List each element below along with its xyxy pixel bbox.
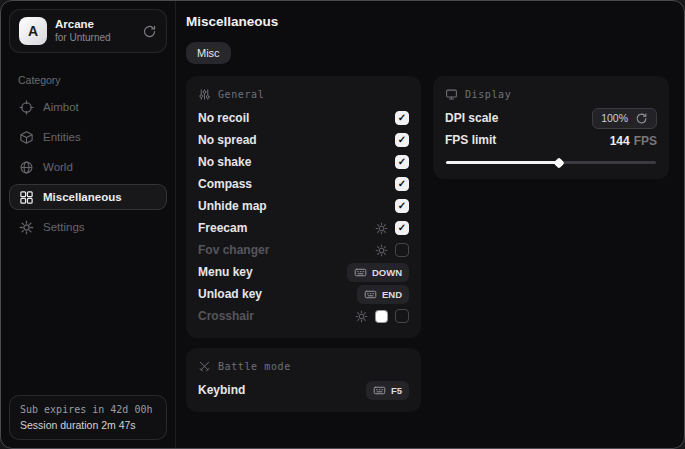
keyboard-icon	[373, 384, 386, 397]
keybind-value: END	[382, 289, 402, 300]
unhide-map-checkbox[interactable]	[395, 199, 409, 213]
menu-keybind-badge[interactable]: DOWN	[347, 263, 409, 282]
sidebar-item-label: Aimbot	[43, 101, 79, 113]
fov-changer-gear-icon[interactable]	[375, 244, 388, 257]
battle-keybind-badge[interactable]: F5	[366, 381, 409, 400]
keybind-value: DOWN	[372, 267, 402, 278]
sidebar-item-label: Settings	[43, 221, 85, 233]
tab-bar: Misc	[186, 42, 669, 64]
app-logo: A	[19, 17, 47, 45]
setting-row-keybind: Keybind F5	[198, 379, 409, 401]
freecam-gear-icon[interactable]	[375, 222, 388, 235]
sidebar-item-settings[interactable]: Settings	[9, 214, 167, 240]
slider-thumb[interactable]	[554, 157, 565, 168]
sidebar-item-miscellaneous[interactable]: Miscellaneous	[9, 184, 167, 210]
display-panel-header: Display	[445, 85, 657, 107]
battle-mode-panel-header: Battle mode	[198, 357, 409, 379]
battle-mode-panel: Battle mode Keybind F5	[186, 348, 421, 412]
setting-row-freecam: Freecam	[198, 217, 409, 239]
display-panel: Display DPI scale 100% FPS limit	[433, 76, 669, 179]
sidebar-item-label: World	[43, 161, 73, 173]
app-title-block: Arcane for Unturned	[55, 18, 134, 44]
dpi-scale-value: 100%	[601, 112, 628, 124]
crosshair-icon	[19, 100, 34, 115]
general-panel-header: General	[198, 85, 409, 107]
refresh-icon	[635, 112, 648, 125]
setting-label: Keybind	[198, 383, 245, 397]
no-spread-checkbox[interactable]	[395, 133, 409, 147]
sidebar: A Arcane for Unturned Category Aimbot En…	[1, 1, 176, 448]
sidebar-item-world[interactable]: World	[9, 154, 167, 180]
setting-row-dpi-scale: DPI scale 100%	[445, 107, 657, 129]
setting-label: No spread	[198, 133, 257, 147]
keyboard-icon	[364, 288, 377, 301]
history-icon[interactable]	[142, 24, 157, 39]
keyboard-icon	[354, 266, 367, 279]
setting-row-crosshair: Crosshair	[198, 305, 409, 327]
general-panel: General No recoil No spread No shake	[186, 76, 421, 338]
slider-fill	[446, 161, 559, 164]
setting-row-unload-key: Unload key END	[198, 283, 409, 305]
session-duration-text: Session duration 2m 47s	[20, 419, 156, 431]
setting-row-no-spread: No spread	[198, 129, 409, 151]
unload-keybind-badge[interactable]: END	[357, 285, 409, 304]
fps-limit-unit: FPS	[634, 134, 657, 148]
panel-title: General	[218, 89, 264, 100]
setting-label: DPI scale	[445, 111, 498, 125]
setting-row-compass: Compass	[198, 173, 409, 195]
sliders-icon	[198, 88, 211, 101]
setting-row-no-recoil: No recoil	[198, 107, 409, 129]
setting-label: FPS limit	[445, 133, 496, 147]
main-content: Miscellaneous Misc General No recoil	[176, 1, 684, 448]
setting-label: Fov changer	[198, 243, 269, 257]
page-title: Miscellaneous	[186, 14, 669, 29]
crosshair-color-swatch[interactable]	[375, 310, 388, 323]
setting-label: No recoil	[198, 111, 249, 125]
no-shake-checkbox[interactable]	[395, 155, 409, 169]
fov-changer-checkbox[interactable]	[395, 243, 409, 257]
compass-checkbox[interactable]	[395, 177, 409, 191]
sidebar-item-label: Miscellaneous	[43, 191, 122, 203]
app-name: Arcane	[55, 18, 134, 31]
subscription-status-card: Sub expires in 42d 00h Session duration …	[9, 395, 167, 440]
setting-row-fps-limit: FPS limit 144FPS	[445, 129, 657, 151]
setting-label: Unhide map	[198, 199, 267, 213]
setting-row-no-shake: No shake	[198, 151, 409, 173]
gear-icon	[19, 220, 34, 235]
no-recoil-checkbox[interactable]	[395, 111, 409, 125]
sidebar-item-entities[interactable]: Entities	[9, 124, 167, 150]
cube-icon	[19, 130, 34, 145]
setting-row-menu-key: Menu key DOWN	[198, 261, 409, 283]
category-nav: Aimbot Entities World Miscellaneous Sett…	[1, 94, 175, 240]
setting-label: Menu key	[198, 265, 253, 279]
swords-icon	[198, 360, 211, 373]
app-subtitle: for Unturned	[55, 32, 134, 44]
setting-label: Crosshair	[198, 309, 254, 323]
category-label: Category	[18, 74, 175, 86]
app-window: A Arcane for Unturned Category Aimbot En…	[0, 0, 685, 449]
setting-label: Unload key	[198, 287, 262, 301]
crosshair-gear-icon[interactable]	[355, 310, 368, 323]
setting-label: Freecam	[198, 221, 247, 235]
setting-label: No shake	[198, 155, 251, 169]
dpi-scale-select[interactable]: 100%	[592, 108, 657, 129]
panel-title: Display	[465, 89, 511, 100]
freecam-checkbox[interactable]	[395, 221, 409, 235]
sub-expiry-text: Sub expires in 42d 00h	[20, 404, 156, 415]
setting-label: Compass	[198, 177, 252, 191]
setting-row-unhide-map: Unhide map	[198, 195, 409, 217]
grid-icon	[19, 190, 34, 205]
sidebar-item-label: Entities	[43, 131, 81, 143]
keybind-value: F5	[391, 385, 402, 396]
fps-limit-value: 144	[610, 134, 630, 148]
tab-misc[interactable]: Misc	[186, 42, 231, 64]
globe-icon	[19, 160, 34, 175]
crosshair-checkbox[interactable]	[395, 309, 409, 323]
monitor-icon	[445, 88, 458, 101]
fps-limit-slider[interactable]	[446, 161, 656, 164]
setting-row-fov-changer: Fov changer	[198, 239, 409, 261]
app-header-card: A Arcane for Unturned	[9, 9, 167, 53]
panel-title: Battle mode	[218, 361, 291, 372]
sidebar-item-aimbot[interactable]: Aimbot	[9, 94, 167, 120]
